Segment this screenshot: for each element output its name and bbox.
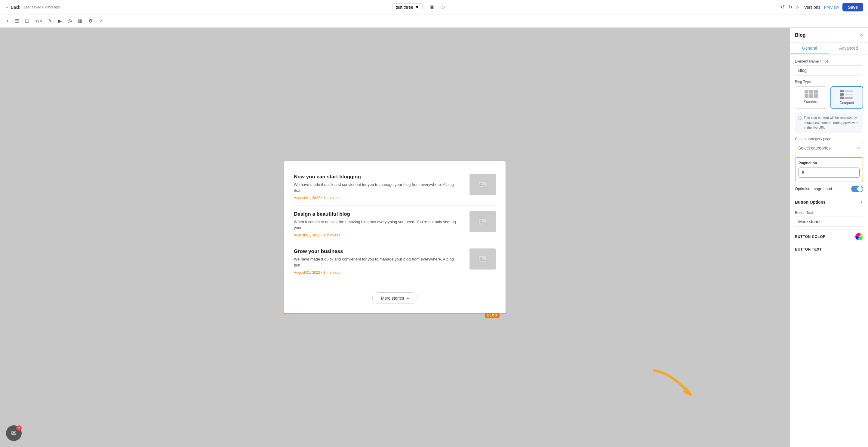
media-button[interactable]: ▶ bbox=[57, 17, 63, 25]
post-meta-3: August 01, 2022 • 1 min read bbox=[294, 270, 462, 275]
post-meta-2: August 01, 2022 • 1 min read bbox=[294, 233, 462, 237]
layers-button[interactable]: ☰ bbox=[13, 17, 20, 25]
style-button[interactable]: ✎ bbox=[47, 17, 53, 25]
blog-badge: BLOG bbox=[485, 313, 500, 318]
blog-type-label: Blog Type bbox=[795, 80, 863, 84]
button-color-label: BUTTON COLOR bbox=[795, 235, 826, 239]
pages-button[interactable]: ☐ bbox=[24, 17, 30, 25]
svg-rect-0 bbox=[479, 181, 487, 187]
post-title-2: Design a beautiful blog bbox=[294, 211, 462, 217]
second-toolbar: + ☰ ☐ </> ✎ ▶ ◎ ▦ ⚙ ↗ bbox=[0, 14, 868, 28]
svg-point-1 bbox=[480, 183, 482, 184]
post-meta-1: August 01, 2022 • 1 min read bbox=[294, 196, 462, 200]
tablet-device-button[interactable]: ▭ bbox=[438, 3, 447, 11]
desktop-device-button[interactable]: ▣ bbox=[427, 3, 437, 11]
pagination-section: Pagination bbox=[795, 157, 863, 181]
chevron-up-icon: ▲ bbox=[860, 200, 863, 204]
optimise-image-row: Optimise Image Load bbox=[795, 186, 863, 192]
blog-type-standard[interactable]: Standard bbox=[795, 86, 828, 109]
blog-type-compact[interactable]: Compact bbox=[830, 86, 864, 109]
top-toolbar: ← Back Last saved 6 days ago test three … bbox=[0, 0, 868, 14]
post-image-2 bbox=[469, 211, 496, 232]
panel-title: Blog bbox=[795, 32, 806, 38]
save-button[interactable]: Save bbox=[842, 3, 863, 11]
compact-label: Compact bbox=[839, 101, 854, 105]
post-title-1: Now you can start blogging bbox=[294, 174, 462, 180]
back-button[interactable]: ← Back bbox=[5, 5, 20, 10]
close-panel-button[interactable]: × bbox=[860, 32, 863, 38]
chat-icon: ✉ bbox=[11, 429, 17, 437]
blog-post-3: Grow your business We have made it quick… bbox=[294, 243, 496, 280]
optimise-image-toggle[interactable] bbox=[851, 186, 863, 192]
preview-button[interactable]: Preview bbox=[824, 5, 839, 10]
export-button[interactable]: ↗ bbox=[97, 17, 104, 25]
button-color-picker[interactable] bbox=[855, 233, 863, 241]
panel-tabs: General Advanced bbox=[790, 43, 868, 55]
redo-button[interactable]: ↻ bbox=[787, 3, 794, 11]
versions-button[interactable]: Versions bbox=[804, 5, 820, 10]
post-excerpt-1: We have made it quick and convienent for… bbox=[294, 182, 462, 193]
button-text-input[interactable] bbox=[795, 216, 863, 227]
undo-redo: ↺ ↻ △ bbox=[780, 3, 801, 11]
back-arrow-icon: ← bbox=[5, 5, 9, 10]
blog-widget[interactable]: Now you can start blogging We have made … bbox=[284, 161, 506, 314]
blog-type-options: Standard bbox=[795, 86, 863, 109]
category-label: Choose category page bbox=[795, 137, 863, 141]
svg-rect-4 bbox=[479, 256, 487, 262]
project-selector[interactable]: test three ▼ bbox=[392, 3, 422, 11]
post-title-3: Grow your business bbox=[294, 248, 462, 255]
device-buttons: ▣ ▭ bbox=[427, 3, 447, 11]
back-label: Back bbox=[11, 5, 20, 10]
right-panel: Blog × General Advanced Element Name / T… bbox=[790, 28, 868, 447]
button-text-section-row: BUTTON TEXT bbox=[795, 244, 863, 255]
annotation-arrow bbox=[648, 367, 696, 405]
chat-count: 11 bbox=[16, 425, 22, 431]
toolbar-right: ↺ ↻ △ Versions Preview Save bbox=[780, 3, 863, 11]
post-image-1 bbox=[469, 174, 496, 195]
post-excerpt-2: When it comes to design, the amazing blo… bbox=[294, 219, 462, 231]
post-content-2: Design a beautiful blog When it comes to… bbox=[294, 211, 462, 237]
diff-button[interactable]: △ bbox=[795, 3, 801, 11]
tab-general[interactable]: General bbox=[790, 43, 829, 54]
element-name-input[interactable] bbox=[795, 65, 863, 76]
post-image-3 bbox=[469, 248, 496, 270]
code-button[interactable]: </> bbox=[34, 17, 43, 25]
blog-post-2: Design a beautiful blog When it comes to… bbox=[294, 206, 496, 243]
layout-button[interactable]: ▦ bbox=[77, 17, 84, 25]
blog-post-1: Now you can start blogging We have made … bbox=[294, 169, 496, 206]
post-excerpt-3: We have made it quick and convienent for… bbox=[294, 256, 462, 268]
chevron-right-icon: » bbox=[407, 296, 409, 300]
button-options-header[interactable]: Button Options ▲ bbox=[795, 196, 863, 208]
info-icon: ⓘ bbox=[798, 115, 802, 130]
svg-point-3 bbox=[480, 220, 482, 222]
settings-button[interactable]: ⚙ bbox=[87, 17, 94, 25]
category-select[interactable]: Select categories bbox=[795, 143, 863, 153]
apps-button[interactable]: ◎ bbox=[66, 17, 73, 25]
button-text-label: Button Text bbox=[795, 211, 863, 215]
main-area: Now you can start blogging We have made … bbox=[0, 28, 868, 447]
toolbar-center: test three ▼ ▣ ▭ bbox=[392, 3, 447, 11]
pagination-input[interactable] bbox=[799, 168, 860, 178]
toolbar-left: ← Back Last saved 6 days ago bbox=[5, 5, 60, 10]
svg-point-5 bbox=[480, 257, 482, 259]
button-color-row: BUTTON COLOR bbox=[795, 229, 863, 244]
chat-badge[interactable]: ✉ 11 bbox=[6, 425, 22, 441]
project-name: test three bbox=[396, 5, 413, 10]
saved-text: Last saved 6 days ago bbox=[24, 5, 60, 9]
info-text: This blog content will be replaced by ac… bbox=[804, 115, 860, 130]
add-element-button[interactable]: + bbox=[5, 17, 10, 25]
optimise-image-label: Optimise Image Load bbox=[795, 186, 832, 191]
panel-body: Element Name / Title Blog Type Standard bbox=[790, 55, 868, 447]
pagination-label: Pagination bbox=[799, 161, 860, 165]
post-content-1: Now you can start blogging We have made … bbox=[294, 174, 462, 200]
image-placeholder-icon bbox=[478, 256, 487, 262]
tab-advanced[interactable]: Advanced bbox=[829, 43, 868, 54]
svg-rect-2 bbox=[479, 219, 487, 225]
panel-header: Blog × bbox=[790, 28, 868, 43]
button-options-title: Button Options bbox=[795, 200, 826, 205]
undo-button[interactable]: ↺ bbox=[780, 3, 786, 11]
more-stories-button[interactable]: More stories » bbox=[372, 292, 418, 304]
chevron-down-icon: ▼ bbox=[415, 5, 419, 10]
compact-icon bbox=[840, 90, 853, 99]
canvas[interactable]: Now you can start blogging We have made … bbox=[0, 28, 790, 447]
